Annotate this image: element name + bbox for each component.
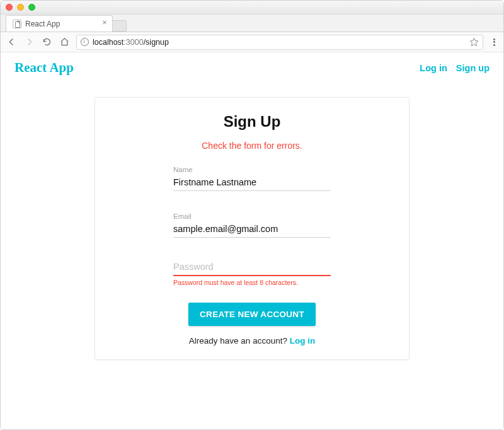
header-nav: Log in Sign up [420, 63, 490, 73]
close-icon[interactable]: × [101, 20, 108, 27]
forward-button[interactable] [23, 37, 35, 48]
browser-tab[interactable]: React App × [6, 15, 113, 32]
form-error-summary: Check the form for errors. [108, 141, 396, 151]
already-login-link[interactable]: Log in [290, 336, 316, 346]
brand-logo[interactable]: React App [14, 60, 74, 76]
password-field: Password must have at least 8 characters… [173, 259, 331, 286]
login-link[interactable]: Log in [420, 63, 447, 73]
back-button[interactable] [6, 37, 17, 48]
window-maximize-icon[interactable] [28, 4, 35, 11]
bookmark-icon[interactable] [469, 37, 479, 47]
browser-menu-button[interactable] [490, 38, 498, 47]
window-titlebar [1, 1, 503, 15]
page-viewport: React App Log in Sign up Sign Up Check t… [1, 52, 503, 429]
name-label: Name [173, 166, 331, 173]
browser-toolbar: localhost:3000/signup [1, 32, 503, 52]
site-info-icon[interactable] [81, 38, 89, 46]
browser-window: React App × localhost:3000/signup [0, 0, 504, 430]
password-error: Password must have at least 8 characters… [173, 279, 331, 286]
app-header: React App Log in Sign up [14, 59, 490, 84]
url-path: /signup [144, 38, 169, 47]
window-minimize-icon[interactable] [17, 4, 24, 11]
already-have-account: Already have an account? Log in [108, 336, 396, 346]
name-input[interactable] [173, 175, 331, 191]
form-title: Sign Up [108, 113, 396, 131]
reload-button[interactable] [41, 37, 52, 48]
home-button[interactable] [59, 37, 70, 48]
already-text: Already have an account? [189, 336, 290, 346]
url-host: localhost [93, 38, 123, 47]
signup-card: Sign Up Check the form for errors. Name … [94, 97, 410, 360]
email-input[interactable] [173, 221, 331, 238]
svg-marker-0 [470, 38, 478, 46]
tab-title: React App [25, 20, 60, 28]
email-field: Email [173, 212, 331, 238]
tab-strip: React App × [1, 15, 503, 32]
address-bar[interactable]: localhost:3000/signup [76, 35, 483, 50]
create-account-button[interactable]: CREATE NEW ACCOUNT [188, 303, 316, 326]
email-label: Email [173, 212, 331, 220]
file-icon [13, 20, 21, 28]
window-close-icon[interactable] [6, 4, 13, 11]
signup-link[interactable]: Sign up [456, 63, 490, 73]
url-port: :3000 [123, 38, 143, 47]
new-tab-button[interactable] [113, 20, 127, 32]
name-field: Name [173, 166, 331, 191]
password-input[interactable] [173, 259, 331, 276]
